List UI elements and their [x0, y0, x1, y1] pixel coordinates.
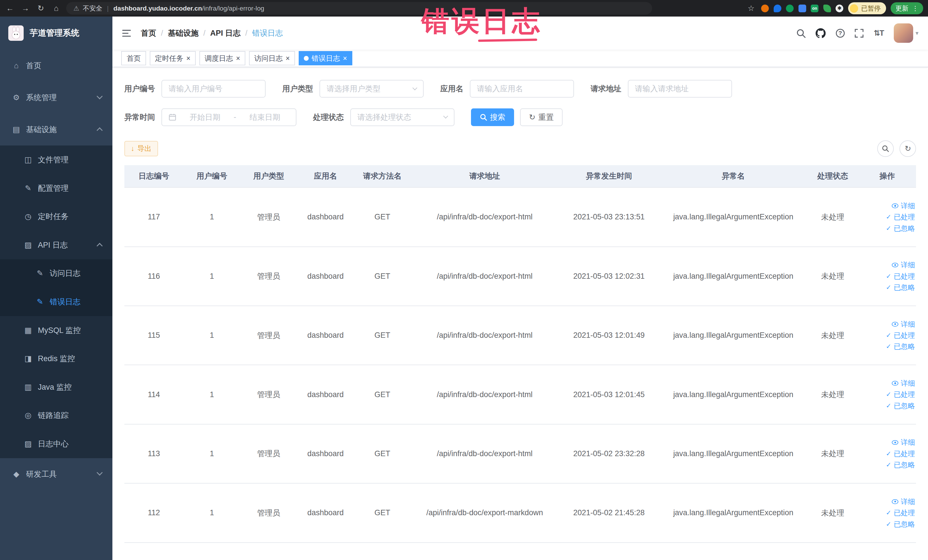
fullscreen-icon[interactable]: [855, 29, 864, 38]
sidebar-item-label: API 日志: [38, 240, 68, 250]
processed-link[interactable]: ✓已处理: [859, 507, 915, 518]
close-icon[interactable]: ×: [186, 55, 191, 62]
tab-access-log[interactable]: 访问日志 ×: [249, 51, 295, 65]
reset-button[interactable]: ↻ 重置: [520, 108, 563, 126]
app-name-input[interactable]: 请输入应用名: [470, 80, 574, 98]
exception-time-range-picker[interactable]: 开始日期 - 结束日期: [162, 108, 296, 126]
detail-link[interactable]: 详细: [859, 496, 915, 507]
search-icon[interactable]: [796, 29, 806, 38]
sidebar-item-redis-monitor[interactable]: ◨ Redis 监控: [0, 344, 112, 373]
profile-sync-paused-chip[interactable]: 已暂停: [848, 2, 886, 14]
close-icon[interactable]: ×: [285, 55, 290, 62]
app-title: 芋道管理系统: [30, 27, 79, 39]
detail-link[interactable]: 详细: [859, 378, 915, 389]
search-button[interactable]: 搜索: [471, 108, 514, 126]
address-bar[interactable]: ⚠ 不安全 | dashboard.yudao.iocoder.cn/infra…: [66, 2, 652, 15]
sidebar-item-log-center[interactable]: ▨ 日志中心: [0, 430, 112, 458]
cell-user-type: 管理员: [240, 424, 297, 483]
sidebar-item-trace[interactable]: ◎ 链路追踪: [0, 401, 112, 430]
ignore-link[interactable]: ✓已忽略: [859, 400, 915, 411]
extension-icon[interactable]: ✱: [836, 5, 843, 12]
refresh-button[interactable]: ↻: [899, 140, 916, 157]
processed-link[interactable]: ✓已处理: [859, 448, 915, 459]
download-icon: ↓: [131, 144, 134, 153]
sidebar-item-error-log[interactable]: ✎ 错误日志: [0, 288, 112, 316]
tab-scheduled-tasks[interactable]: 定时任务 ×: [150, 51, 196, 65]
detail-link[interactable]: 详细: [859, 200, 915, 211]
sidebar-item-scheduled-tasks[interactable]: ◷ 定时任务: [0, 202, 112, 231]
back-icon[interactable]: ←: [5, 4, 15, 13]
breadcrumb-item[interactable]: API 日志: [210, 28, 241, 38]
sidebar-item-config-management[interactable]: ✎ 配置管理: [0, 174, 112, 203]
help-icon[interactable]: ?: [836, 29, 845, 38]
sidebar-item-infrastructure[interactable]: ▤ 基础设施: [0, 113, 112, 145]
extension-icon[interactable]: [786, 5, 794, 12]
breadcrumb-item[interactable]: 基础设施: [168, 28, 198, 38]
check-icon: ✓: [886, 507, 891, 518]
browser-update-button[interactable]: 更新 ⋮: [891, 2, 923, 14]
tab-error-log[interactable]: 错误日志 ×: [299, 51, 353, 65]
breadcrumb-item[interactable]: 首页: [141, 28, 156, 38]
processed-link[interactable]: ✓已处理: [859, 271, 915, 282]
user-type-select[interactable]: 请选择用户类型: [319, 80, 424, 98]
ignore-link[interactable]: ✓已忽略: [859, 341, 915, 352]
cell-url: /api/infra/db-doc/export-html: [411, 188, 559, 246]
detail-link[interactable]: 详细: [859, 319, 915, 330]
sidebar-item-java-monitor[interactable]: ▥ Java 监控: [0, 373, 112, 401]
sidebar-item-dev-tools[interactable]: ◆ 研发工具: [0, 458, 112, 490]
sidebar-item-api-log[interactable]: ▨ API 日志: [0, 231, 112, 259]
processed-link[interactable]: ✓已处理: [859, 211, 915, 223]
file-icon: ◫: [24, 155, 32, 164]
table-row: 117 1 管理员 dashboard GET /api/infra/db-do…: [124, 188, 916, 246]
column-header: 用户类型: [240, 165, 297, 188]
close-icon[interactable]: ×: [343, 55, 347, 62]
github-icon[interactable]: [816, 28, 826, 38]
sidebar-item-mysql-monitor[interactable]: ▦ MySQL 监控: [0, 316, 112, 345]
detail-link[interactable]: 详细: [859, 259, 915, 270]
cell-app: dashboard: [297, 247, 354, 306]
close-icon[interactable]: ×: [236, 55, 240, 62]
filter-request-url: 请求地址 请输入请求地址: [591, 80, 732, 98]
column-header: 用户编号: [183, 165, 240, 188]
avatar[interactable]: [894, 23, 913, 43]
hamburger-icon[interactable]: [122, 29, 131, 38]
tab-home[interactable]: 首页: [121, 51, 146, 65]
column-header: 异常发生时间: [559, 165, 659, 188]
browser-menu-icon[interactable]: ⋮: [912, 5, 919, 12]
processed-link[interactable]: ✓已处理: [859, 330, 915, 341]
reload-icon[interactable]: ↻: [35, 4, 46, 13]
sidebar-item-access-log[interactable]: ✎ 访问日志: [0, 259, 112, 288]
forward-icon[interactable]: →: [20, 4, 31, 13]
ignore-link[interactable]: ✓已忽略: [859, 519, 915, 530]
extension-icon[interactable]: [761, 5, 769, 12]
extension-icon[interactable]: on: [811, 5, 818, 12]
sidebar-item-label: 日志中心: [38, 439, 69, 449]
font-size-icon[interactable]: ⇅T: [873, 29, 884, 38]
cell-user-type: 管理员: [240, 188, 297, 246]
ignore-link[interactable]: ✓已忽略: [859, 282, 915, 293]
user-menu[interactable]: ▾: [894, 23, 919, 43]
detail-link[interactable]: 详细: [859, 437, 915, 448]
extension-icon[interactable]: [774, 5, 781, 12]
sidebar-item-home[interactable]: ⌂ 首页: [0, 50, 112, 82]
sidebar-item-system[interactable]: ⚙ 系统管理: [0, 82, 112, 113]
placeholder-text: 请输入应用名: [477, 84, 523, 94]
column-header: 应用名: [297, 165, 354, 188]
processed-link[interactable]: ✓已处理: [859, 389, 915, 400]
ignore-link[interactable]: ✓已忽略: [859, 459, 915, 470]
search-toggle-button[interactable]: [877, 140, 894, 157]
app-logo[interactable]: 芋道管理系统: [0, 17, 112, 50]
extension-icon[interactable]: [798, 5, 806, 12]
sidebar-item-file-management[interactable]: ◫ 文件管理: [0, 145, 112, 174]
chevron-down-icon: [443, 114, 448, 119]
user-id-input[interactable]: 请输入用户编号: [162, 80, 266, 98]
process-status-select[interactable]: 请选择处理状态: [350, 108, 455, 126]
request-url-input[interactable]: 请输入请求地址: [628, 80, 732, 98]
ignore-link[interactable]: ✓已忽略: [859, 223, 915, 234]
export-button[interactable]: ↓ 导出: [124, 141, 158, 156]
tab-schedule-log[interactable]: 调度日志 ×: [199, 51, 246, 65]
browser-home-icon[interactable]: ⌂: [51, 4, 61, 13]
bookmark-star-icon[interactable]: ☆: [746, 4, 756, 13]
sidebar-item-label: 定时任务: [38, 211, 69, 222]
extension-icon[interactable]: [823, 5, 831, 12]
